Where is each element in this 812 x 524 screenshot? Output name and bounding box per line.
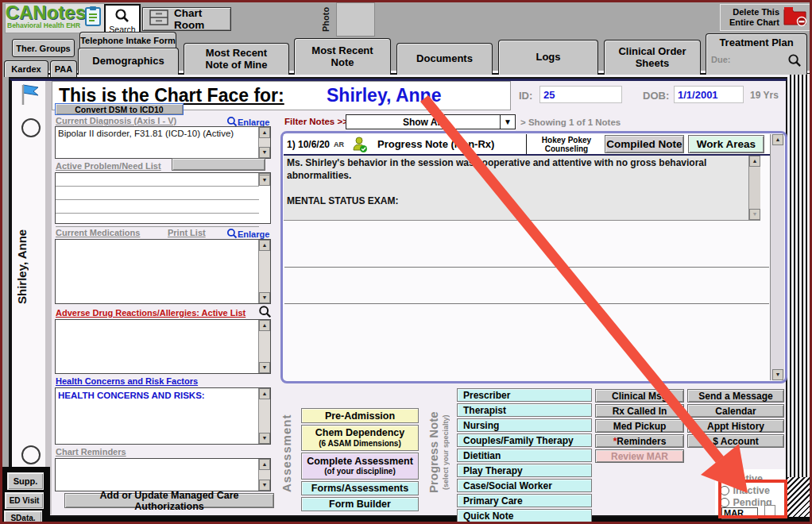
reminders-scrollbar[interactable]: ▲▼ [258,459,270,491]
print-list-link[interactable]: Print List [168,228,206,237]
pre-admission-button[interactable]: Pre-Admission [301,408,419,423]
health-scrollbar[interactable]: ▲▼ [258,388,270,444]
send-message-button[interactable]: Send a Message [687,389,784,403]
rx-called-in-button[interactable]: Rx Called In [595,404,684,418]
note-header-row[interactable]: 1) 10/6/20 AR Progress Note (Non-Rx) Hok… [284,134,770,156]
progress-note-primary-care-button[interactable]: Primary Care [457,494,592,507]
tab-logs[interactable]: Logs [498,40,598,75]
scroll-up-icon[interactable]: ▲ [259,320,270,331]
search-icon [114,8,130,26]
progress-note-play-therapy-button[interactable]: Play Therapy [457,464,592,477]
tab-treatment-plan[interactable]: Treatment Plan Due: [706,33,807,75]
health-concerns-link[interactable]: Health Concerns and Risk Factors [56,376,198,386]
tab-paa[interactable]: PAA [50,60,77,77]
dropdown-arrow-icon[interactable]: ▼ [500,115,515,129]
cabinet-icon [149,10,168,29]
filter-notes-dropdown[interactable]: Show All ▼ [346,114,516,129]
adverse-scrollbar[interactable]: ▲▼ [258,320,270,373]
treatment-plan-search-icon[interactable] [787,53,802,71]
chart-status-circle-bottom[interactable] [21,445,41,464]
reminders-button[interactable]: *Reminders [595,434,684,448]
work-areas-button[interactable]: Work Areas [688,135,764,153]
id-field[interactable]: 25 [539,86,622,103]
note-paragraph: Ms. Shirley's behavior in the session wa… [287,156,748,182]
tab-telephone-intake-form[interactable]: Telephone Intake Form [79,32,176,48]
progress-note-dietitian-button[interactable]: Dietitian [457,449,592,462]
tab-clinical-order-sheets[interactable]: Clinical Order Sheets [604,40,701,75]
health-concerns-text: HEALTH CONCERNS AND RISKS: [58,391,205,400]
tab-most-recent-note[interactable]: Most Recent Note [294,38,391,75]
scroll-down-icon[interactable]: ▼ [259,433,270,444]
delete-chart-button[interactable]: Delete This Entire Chart [720,4,810,31]
progress-note-couples-family-button[interactable]: Couples/Family Therapy [457,433,592,447]
scroll-up-icon[interactable]: ▲ [259,127,270,138]
appt-history-button[interactable]: Appt History [687,419,784,433]
scroll-down-icon[interactable]: ▼ [259,362,270,373]
medications-box[interactable]: ▲▼ [55,239,271,304]
tab-most-recent-note-of-mine[interactable]: Most Recent Note of Mine [184,43,289,75]
progress-note-therapist-button[interactable]: Therapist [457,403,592,417]
note-body[interactable]: Ms. Shirley's behavior in the session wa… [284,156,760,221]
scroll-up-icon[interactable]: ▲ [259,459,270,470]
problem-list-scrollbar[interactable]: ▲▼ [258,173,270,186]
tab-demographics[interactable]: Demographics [78,48,179,75]
tab-label: PAA [55,64,72,74]
tab-kardex[interactable]: Kardex [4,60,48,77]
note-panel-scrollbar[interactable]: ▲ ▼ [770,134,784,380]
scroll-down-icon[interactable]: ▼ [772,369,783,380]
review-mar-button[interactable]: Review MAR [595,449,684,463]
tab-ther-groups[interactable]: Ther. Groups [12,39,75,57]
problem-list-box[interactable]: ▲▼ [55,172,271,224]
scroll-down-icon[interactable]: ▼ [259,147,270,158]
medications-scrollbar[interactable]: ▲▼ [258,240,270,303]
progress-note-case-social-worker-button[interactable]: Case/Social Worker [457,479,592,492]
scroll-up-icon[interactable]: ▲ [259,388,270,399]
progress-note-quick-note-button[interactable]: Quick Note [457,509,592,522]
supp-button[interactable]: Supp. [7,472,44,490]
active-problem-button[interactable] [172,158,265,171]
ed-visit-button[interactable]: ED Visit [5,492,44,509]
magnifier-icon [226,116,238,127]
form-builder-button[interactable]: Form Builder [301,497,419,511]
scroll-down-icon[interactable]: ▼ [259,175,270,186]
note-body-scrollbar[interactable]: ▲▼ [748,156,760,220]
tab-documents[interactable]: Documents [396,43,493,75]
managed-care-button[interactable]: Add or Update Managed Care Authorization… [64,493,274,508]
assessment-vertical-label: Assessment [280,395,297,511]
scroll-up-icon[interactable]: ▲ [749,156,760,167]
scroll-up-icon[interactable]: ▲ [772,134,783,145]
sdata-button[interactable]: SData. [4,511,42,524]
dob-field[interactable]: 1/1/2001 [674,86,744,103]
supp-label: Supp. [14,476,38,486]
complete-assessment-button[interactable]: Complete Assessment (of your discipline) [301,453,419,480]
sidebar-divider [45,81,52,514]
diagnosis-box[interactable]: Bipolar II disorder, F31.81 (ICD-10) (Ac… [55,126,271,159]
compiled-note-button[interactable]: Compiled Note [605,135,684,153]
progress-note-nursing-button[interactable]: Nursing [457,418,592,432]
scroll-up-icon[interactable]: ▲ [259,240,270,251]
health-concerns-box[interactable]: HEALTH CONCERNS AND RISKS: ▲▼ [55,387,271,445]
convert-dsm-button[interactable]: Convert DSM to ICD10 [55,103,184,115]
delete-folder-icon [783,5,808,30]
adverse-reactions-label[interactable]: Adverse Drug Reactions/Allergies: Active… [56,308,246,318]
adverse-reactions-box[interactable]: ▲▼ [55,319,271,374]
chem-dependency-button[interactable]: Chem Dependency (6 ASAM Dimensions) [301,425,419,451]
chart-flag-icon[interactable] [17,83,41,110]
scroll-down-icon[interactable]: ▼ [259,292,270,303]
med-pickup-button[interactable]: Med Pickup [595,419,684,433]
clinical-msg-button[interactable]: Clinical Msg [595,389,684,403]
calendar-button[interactable]: Calendar [687,404,784,418]
note-paragraph: MENTAL STATUS EXAM: [287,195,748,207]
patient-photo-placeholder[interactable] [336,2,375,37]
forms-assessments-button[interactable]: Forms/Assessments [301,481,419,495]
account-button[interactable]: $ Account [687,434,784,448]
button-label: Form Builder [329,499,391,510]
signed-note-icon [351,136,369,156]
note-type: Progress Note (Non-Rx) [377,138,494,150]
scroll-down-icon[interactable]: ▼ [749,209,760,220]
chart-reminders-box[interactable]: ▲▼ [55,458,271,491]
progress-note-prescriber-button[interactable]: Prescriber [457,388,592,402]
chart-room-button[interactable]: Chart Room [142,7,231,31]
chart-status-circle-top[interactable] [21,118,41,137]
diagnosis-scrollbar[interactable]: ▲▼ [258,127,270,158]
